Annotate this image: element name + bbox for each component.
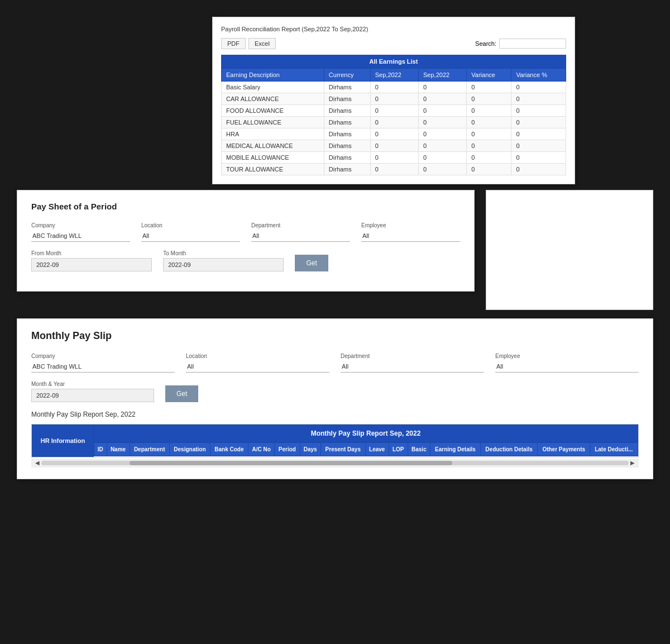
- scrollbar-track[interactable]: [41, 461, 629, 465]
- search-label: Search:: [475, 40, 496, 47]
- payslip-outer-table: HR Information Monthly Pay Slip Report S…: [32, 424, 638, 457]
- company-field: Company ABC Trading WLL: [31, 222, 130, 242]
- payslip-col-header: Basic: [408, 443, 430, 456]
- ms-company-label: Company: [31, 353, 175, 359]
- ms-department-field: Department All: [341, 353, 484, 373]
- ms-get-btn-container: Get: [165, 385, 198, 402]
- excel-button[interactable]: Excel: [248, 38, 276, 49]
- search-input[interactable]: [499, 39, 566, 49]
- payslip-table-wrapper: HR Information Monthly Pay Slip Report S…: [31, 424, 639, 457]
- panel1-title: Payroll Reconciliation Report (Sep,2022 …: [221, 26, 566, 32]
- from-month-label: From Month: [31, 250, 152, 256]
- ms-company-select[interactable]: ABC Trading WLL: [31, 361, 175, 373]
- payslip-col-header: Present Days: [320, 443, 365, 456]
- monthly-slip-row1: Company ABC Trading WLL Location All Dep…: [31, 353, 639, 373]
- table-row: FOOD ALLOWANCEDirhams0000: [222, 105, 566, 117]
- table-row: MEDICAL ALLOWANCEDirhams0000: [222, 140, 566, 152]
- payslip-col-header: Late Deducti...: [590, 443, 638, 456]
- get-btn-container: Get: [295, 255, 328, 271]
- payslip-col-header: Bank Code: [210, 443, 248, 456]
- table-row: TOUR ALLOWANCEDirhams0000: [222, 164, 566, 175]
- export-buttons: PDF Excel: [221, 38, 276, 49]
- payslip-col-header: Name: [107, 443, 130, 456]
- payslip-col-header: Leave: [365, 443, 389, 456]
- get-button-panel2[interactable]: Get: [295, 255, 328, 271]
- employee-field: Employee All: [361, 222, 460, 242]
- pay-sheet-title: Pay Sheet of a Period: [31, 202, 460, 211]
- pdf-button[interactable]: PDF: [221, 38, 246, 49]
- report-section-title: Monthly Pay Slip Report Sep, 2022: [31, 411, 639, 418]
- table-row: Basic SalaryDirhams0000: [222, 82, 566, 93]
- from-month-field: From Month: [31, 250, 152, 271]
- payroll-reconciliation-panel: Payroll Reconciliation Report (Sep,2022 …: [212, 17, 575, 184]
- employee-label: Employee: [361, 222, 460, 228]
- payslip-col-header: ID: [94, 443, 107, 456]
- scroll-left-arrow[interactable]: ◀: [34, 460, 41, 466]
- pay-sheet-row2: From Month To Month Get: [31, 250, 460, 271]
- panel1-toolbar: PDF Excel Search:: [221, 38, 566, 49]
- payslip-col-header: Days: [300, 443, 320, 456]
- payslip-col-header: LOP: [389, 443, 408, 456]
- ms-location-label: Location: [186, 353, 329, 359]
- ms-location-field: Location All: [186, 353, 329, 373]
- earnings-list-header: All Earnings List: [221, 55, 566, 68]
- pay-sheet-row1: Company ABC Trading WLL Location All Dep…: [31, 222, 460, 242]
- payslip-col-header: Earning Details: [430, 443, 481, 456]
- location-field: Location All: [141, 222, 240, 242]
- company-select[interactable]: ABC Trading WLL: [31, 230, 130, 242]
- ms-employee-select[interactable]: All: [495, 361, 639, 373]
- employee-select[interactable]: All: [361, 230, 460, 242]
- to-month-label: To Month: [163, 250, 284, 256]
- company-label: Company: [31, 222, 130, 228]
- department-select[interactable]: All: [251, 230, 350, 242]
- scrollbar-thumb[interactable]: [130, 461, 453, 465]
- right-white-panel: [486, 190, 653, 310]
- ms-employee-label: Employee: [495, 353, 639, 359]
- monthly-pay-slip-panel: Monthly Pay Slip Company ABC Trading WLL…: [17, 318, 653, 479]
- table-row: CAR ALLOWANCEDirhams0000: [222, 93, 566, 105]
- ms-employee-field: Employee All: [495, 353, 639, 373]
- hr-info-cell: HR Information: [32, 425, 94, 457]
- scroll-right-arrow[interactable]: ▶: [629, 460, 636, 466]
- monthly-pay-slip-title: Monthly Pay Slip: [31, 330, 639, 342]
- ms-department-label: Department: [341, 353, 484, 359]
- month-year-input[interactable]: [31, 389, 154, 402]
- table-row: FUEL ALLOWANCEDirhams0000: [222, 117, 566, 128]
- payslip-col-header: Period: [275, 443, 300, 456]
- horizontal-scrollbar[interactable]: ◀ ▶: [31, 459, 639, 468]
- month-year-label: Month & Year: [31, 381, 154, 387]
- location-label: Location: [141, 222, 240, 228]
- payslip-col-header: Department: [130, 443, 169, 456]
- payslip-col-header: Designation: [169, 443, 210, 456]
- month-year-field: Month & Year: [31, 381, 154, 402]
- table-row: MOBILE ALLOWANCEDirhams0000: [222, 152, 566, 164]
- location-select[interactable]: All: [141, 230, 240, 242]
- ms-location-select[interactable]: All: [186, 361, 329, 373]
- ms-company-field: Company ABC Trading WLL: [31, 353, 175, 373]
- earnings-table: Earning DescriptionCurrencySep,2022Sep,2…: [221, 68, 566, 175]
- ms-department-select[interactable]: All: [341, 361, 484, 373]
- payslip-col-header: Other Payments: [538, 443, 590, 456]
- pay-sheet-panel: Pay Sheet of a Period Company ABC Tradin…: [17, 190, 475, 292]
- monthly-title-cell: Monthly Pay Slip Report Sep, 2022: [94, 425, 638, 442]
- search-area: Search:: [475, 39, 566, 49]
- monthly-slip-row2: Month & Year Get: [31, 381, 639, 402]
- payslip-col-header: Deduction Details: [480, 443, 537, 456]
- payslip-col-headers: IDNameDepartmentDesignationBank CodeA/C …: [94, 442, 638, 456]
- get-button-panel3[interactable]: Get: [165, 385, 198, 402]
- to-month-input[interactable]: [163, 258, 284, 271]
- to-month-field: To Month: [163, 250, 284, 271]
- department-label: Department: [251, 222, 350, 228]
- payslip-col-header: A/C No: [248, 443, 275, 456]
- department-field: Department All: [251, 222, 350, 242]
- from-month-input[interactable]: [31, 258, 152, 271]
- table-row: HRADirhams0000: [222, 128, 566, 140]
